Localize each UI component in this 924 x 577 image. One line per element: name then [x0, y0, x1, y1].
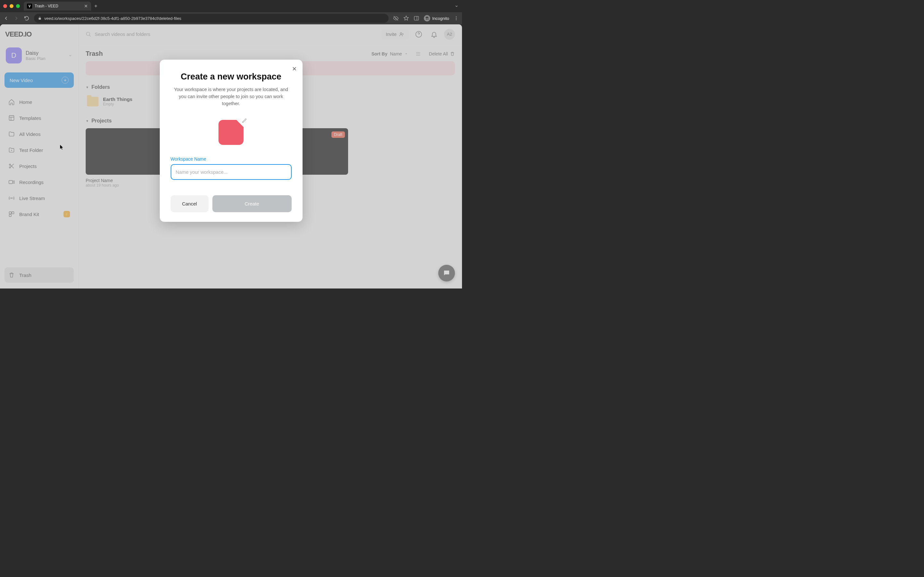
modal-overlay[interactable]: ✕ Create a new workspace Your workspace … — [0, 24, 462, 288]
url-actions: Incognito — [393, 15, 459, 21]
pencil-icon[interactable] — [242, 118, 247, 123]
workspace-name-label: Workspace Name — [171, 156, 292, 161]
svg-rect-0 — [39, 18, 41, 20]
forward-button[interactable] — [13, 15, 19, 21]
kebab-menu-icon[interactable] — [454, 16, 459, 21]
tab-title: Trash - VEED — [35, 4, 81, 8]
panel-icon[interactable] — [414, 15, 419, 21]
lock-icon — [38, 16, 42, 20]
incognito-icon — [424, 15, 430, 21]
incognito-indicator[interactable]: Incognito — [424, 15, 449, 21]
browser-chrome: V Trash - VEED ✕ + veed.io/workspaces/22… — [0, 0, 462, 24]
svg-point-5 — [456, 19, 457, 20]
new-tab-button[interactable]: + — [94, 3, 97, 9]
workspace-color-preview — [171, 120, 292, 145]
svg-rect-1 — [414, 16, 419, 20]
workspace-color-swatch[interactable] — [218, 120, 244, 145]
back-button[interactable] — [3, 15, 9, 21]
window-controls — [3, 4, 20, 8]
maximize-window-button[interactable] — [16, 4, 20, 8]
incognito-label: Incognito — [432, 16, 449, 21]
cancel-button[interactable]: Cancel — [171, 195, 208, 212]
modal-title: Create a new workspace — [171, 72, 292, 82]
cursor-icon — [60, 144, 64, 150]
url-bar: veed.io/workspaces/22ce6d2f-38c5-4df1-a8… — [0, 12, 462, 24]
svg-point-3 — [456, 16, 457, 17]
tab-close-button[interactable]: ✕ — [84, 3, 88, 9]
create-button[interactable]: Create — [212, 195, 292, 212]
url-text: veed.io/workspaces/22ce6d2f-38c5-4df1-a8… — [44, 16, 181, 21]
modal-description: Your workspace is where your projects ar… — [171, 86, 292, 107]
minimize-window-button[interactable] — [10, 4, 13, 8]
svg-point-4 — [456, 18, 457, 19]
address-bar[interactable]: veed.io/workspaces/22ce6d2f-38c5-4df1-a8… — [34, 14, 389, 23]
eye-off-icon[interactable] — [393, 15, 399, 21]
close-window-button[interactable] — [3, 4, 7, 8]
tab-favicon: V — [27, 3, 32, 9]
workspace-name-input[interactable] — [171, 164, 292, 180]
tabs-dropdown[interactable] — [454, 4, 459, 8]
browser-tab[interactable]: V Trash - VEED ✕ — [24, 2, 91, 11]
star-icon[interactable] — [403, 15, 409, 21]
create-workspace-modal: ✕ Create a new workspace Your workspace … — [160, 60, 302, 222]
close-button[interactable]: ✕ — [292, 65, 297, 73]
app-viewport: VEED.IO D Daisy Basic Plan New Video + H… — [0, 24, 462, 288]
reload-button[interactable] — [24, 15, 29, 21]
tab-bar: V Trash - VEED ✕ + — [0, 0, 462, 12]
modal-actions: Cancel Create — [171, 195, 292, 212]
